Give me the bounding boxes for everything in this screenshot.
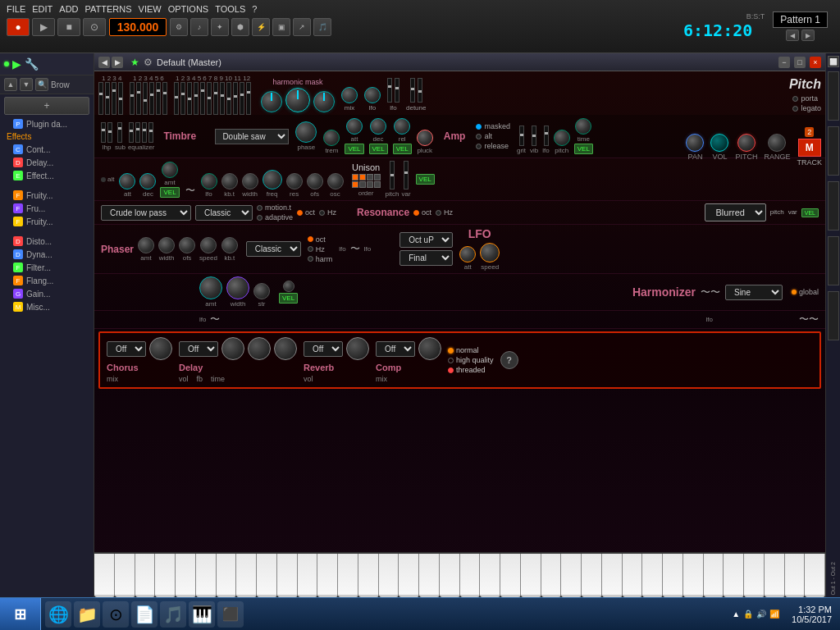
piano-key-e4[interactable]	[561, 554, 582, 597]
lhp-s1[interactable]	[101, 122, 106, 143]
unison-vel-btn[interactable]: VEL	[416, 174, 435, 185]
f-lfo-knob[interactable]	[201, 173, 217, 189]
porta-radio[interactable]: porta	[792, 94, 821, 103]
lfo-vel-btn[interactable]: VEL	[279, 293, 298, 304]
piano-key-e5[interactable]	[704, 554, 724, 597]
rel-knob[interactable]	[394, 118, 410, 135]
close-btn[interactable]: ×	[810, 57, 821, 68]
piano-key-b3[interactable]	[500, 554, 521, 597]
add-btn[interactable]: +	[4, 97, 89, 115]
piano-key-e2[interactable]	[277, 554, 298, 597]
piano-key-d5[interactable]	[683, 554, 704, 597]
slider-6b[interactable]	[162, 82, 167, 115]
f-freq-knob[interactable]	[262, 170, 282, 189]
piano-key-b1[interactable]	[217, 554, 237, 597]
stop-btn[interactable]: ■	[57, 18, 80, 36]
piano-key-g2[interactable]	[317, 554, 338, 597]
piano-key-c4[interactable]	[521, 554, 541, 597]
ph-amt-knob[interactable]	[138, 237, 154, 253]
sidebar-disto[interactable]: D Disto...	[0, 235, 94, 248]
unison-cell-8[interactable]	[374, 181, 381, 188]
lfo-vel-knob[interactable]	[283, 281, 294, 292]
phaser-type-select[interactable]: Classic	[246, 241, 301, 257]
lfo-speed-knob[interactable]	[480, 243, 500, 262]
m-button[interactable]: M	[798, 139, 821, 157]
ph-hz-radio[interactable]: Hz	[308, 245, 333, 253]
delay-vol-knob[interactable]	[221, 337, 244, 360]
start-button[interactable]: ⊞	[0, 598, 41, 631]
taskbar-gpu-icon[interactable]: ⬛	[217, 601, 244, 628]
unison-cell-7[interactable]	[367, 181, 373, 188]
rel-vel-btn[interactable]: VEL	[393, 144, 412, 154]
harm-knob-1[interactable]	[261, 91, 282, 112]
piano-key-a3[interactable]	[480, 554, 500, 597]
comp-select[interactable]: Off	[376, 341, 415, 357]
lfo-p-s[interactable]	[544, 126, 549, 146]
alt-radio[interactable]: alt	[476, 132, 510, 140]
piano-key-f1[interactable]	[155, 554, 176, 597]
piano-key-c3[interactable]	[379, 554, 399, 597]
sidebar-gain[interactable]: G Gain...	[0, 287, 94, 300]
toolbar-icon-3[interactable]: ✦	[211, 18, 229, 36]
dec-vel-btn[interactable]: VEL	[369, 144, 388, 154]
piano-key-g3[interactable]	[460, 554, 481, 597]
eq-s4[interactable]	[148, 122, 153, 143]
piano-key-e1[interactable]	[135, 554, 156, 597]
piano-key-a1[interactable]	[196, 554, 217, 597]
unison-cell-3[interactable]	[367, 174, 373, 180]
menu-patterns[interactable]: PATTERNS	[85, 4, 132, 14]
f-amt-knob[interactable]	[162, 162, 178, 178]
ph-kbt-knob[interactable]	[221, 237, 238, 253]
ph-oct-radio[interactable]: oct	[308, 235, 333, 244]
piano-key-d3[interactable]	[399, 554, 419, 597]
menu-add[interactable]: ADD	[59, 4, 78, 14]
piano-key-f5[interactable]	[724, 554, 744, 597]
motion-t-radio[interactable]: motion.t	[257, 203, 293, 212]
toolbar-icon-4[interactable]: ⬢	[231, 18, 249, 36]
lfo-knob-top[interactable]	[364, 87, 381, 103]
h-slider-12[interactable]	[246, 82, 251, 115]
lfo-att-knob[interactable]	[459, 246, 476, 262]
f-kbt-knob[interactable]	[221, 173, 238, 189]
menu-view[interactable]: VIEW	[139, 4, 162, 14]
sidebar-effect[interactable]: E Effect...	[0, 169, 94, 182]
piano-key-e3[interactable]	[419, 554, 440, 597]
vol-knob[interactable]	[710, 134, 728, 152]
filter-hz-radio[interactable]: Hz	[319, 208, 336, 217]
piano-key-c6[interactable]	[805, 554, 825, 597]
piano-key-f2[interactable]	[298, 554, 318, 597]
delay-fb-knob[interactable]	[248, 337, 271, 360]
piano-key-g4[interactable]	[602, 554, 623, 597]
sidebar-fru[interactable]: F Fru...	[0, 202, 94, 215]
slider-5b[interactable]	[156, 82, 161, 115]
sidebar-filter[interactable]: F Filter...	[0, 261, 94, 274]
pitch-knob[interactable]	[737, 134, 756, 152]
nav-down[interactable]: ▼	[20, 78, 33, 91]
nav-up[interactable]: ▲	[4, 78, 17, 91]
delay-select[interactable]: Off	[179, 341, 218, 357]
taskbar-fl-icon[interactable]: 🎹	[189, 601, 215, 628]
menu-options[interactable]: OPTIONS	[168, 4, 209, 14]
h-slider-5[interactable]	[200, 82, 205, 115]
piano[interactable]	[94, 552, 825, 597]
taskbar-explorer-icon[interactable]: 📁	[74, 601, 100, 628]
piano-key-a4[interactable]	[623, 554, 643, 597]
pan-control[interactable]: PAN	[686, 134, 704, 161]
sidebar-misc[interactable]: M Misc...	[0, 300, 94, 313]
piano-key-a2[interactable]	[338, 554, 358, 597]
sidebar-plugin-data[interactable]: P Plugin da...	[0, 117, 94, 130]
f-res-knob[interactable]	[286, 173, 303, 189]
pluck-knob[interactable]	[417, 130, 433, 146]
h-slider-11[interactable]	[240, 82, 244, 115]
slider-1b[interactable]	[130, 82, 135, 115]
record-btn[interactable]: ●	[7, 18, 30, 36]
unison-cell-1[interactable]	[352, 174, 358, 180]
slider-2[interactable]	[105, 82, 110, 115]
filter-type2-select[interactable]: Classic	[195, 205, 253, 221]
unison-var-s[interactable]	[404, 161, 409, 189]
pattern-next[interactable]: ▶	[801, 30, 815, 41]
detune-slider-2[interactable]	[418, 78, 422, 103]
final-select[interactable]: Final	[399, 250, 453, 266]
harm-knob-3[interactable]	[313, 91, 335, 112]
f-amt-vel[interactable]: VEL	[160, 187, 179, 198]
